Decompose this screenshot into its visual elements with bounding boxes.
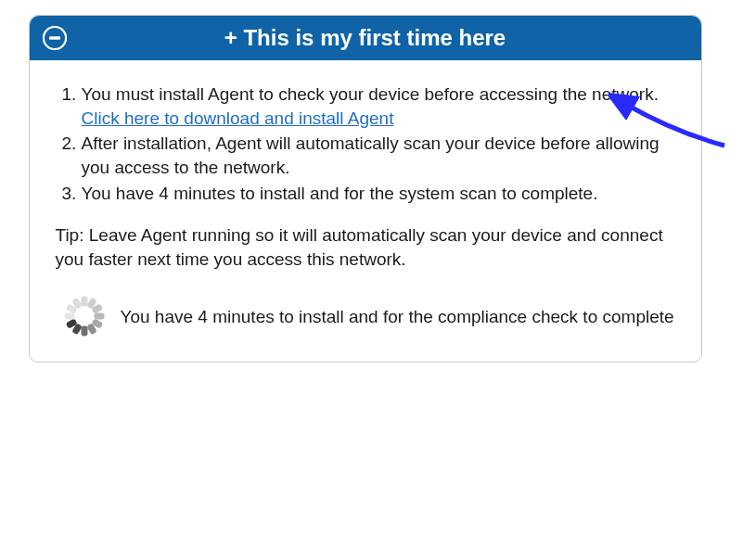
status-text: You have 4 minutes to install and for th… <box>121 305 674 329</box>
tip-text: Tip: Leave Agent running so it will auto… <box>56 223 675 271</box>
panel-header[interactable]: + This is my first time here <box>30 16 701 60</box>
steps-list: You must install Agent to check your dev… <box>56 83 675 205</box>
svg-rect-2 <box>49 36 60 40</box>
collapse-button[interactable] <box>43 26 67 50</box>
panel-title: + This is my first time here <box>67 25 688 51</box>
step-1: You must install Agent to check your dev… <box>82 83 675 130</box>
minus-icon <box>43 26 67 50</box>
step-3: You have 4 minutes to install and for th… <box>82 182 675 206</box>
loading-spinner-icon <box>65 297 104 336</box>
step-2: After installation, Agent will automatic… <box>82 132 675 179</box>
step-1-text: You must install Agent to check your dev… <box>82 84 659 104</box>
status-row: You have 4 minutes to install and for th… <box>56 297 675 336</box>
panel-body: You must install Agent to check your dev… <box>30 60 701 362</box>
first-time-panel: + This is my first time here You must in… <box>29 15 702 363</box>
download-agent-link[interactable]: Click here to download and install Agent <box>82 108 394 128</box>
